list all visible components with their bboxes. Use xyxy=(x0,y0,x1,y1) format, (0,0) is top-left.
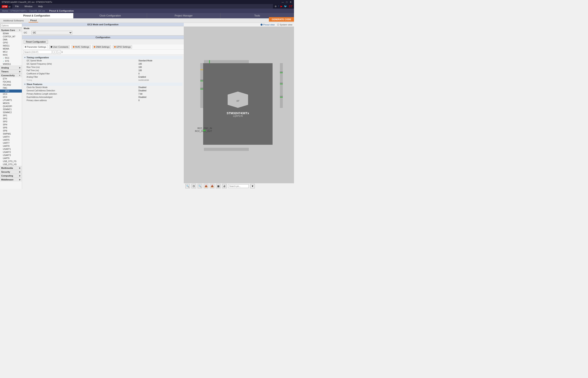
config-tab-dma[interactable]: DMA Settings xyxy=(92,45,111,49)
sidebar-item-eth[interactable]: ETH xyxy=(0,77,22,80)
chip-model-name: STM32H743IITx xyxy=(227,111,249,115)
sidebar-item-rcc[interactable]: RCC xyxy=(0,56,22,60)
social-icon-5[interactable]: ST xyxy=(289,5,292,8)
chip-search-btn[interactable]: ▼ xyxy=(250,184,255,189)
bc-project[interactable]: Class09_I2C.ioc xyxy=(29,10,45,12)
menu-help[interactable]: Help xyxy=(37,5,44,8)
category-analog[interactable]: Analog▶ xyxy=(0,66,22,69)
fit-view-btn[interactable]: ⊡ xyxy=(191,184,196,189)
sidebar-item-cortex_m7[interactable]: CORTEX_M7 xyxy=(0,35,22,38)
category-system-core[interactable]: System Core▼ xyxy=(0,28,22,32)
tab-pinout[interactable]: Pinout & Configuration xyxy=(0,13,73,18)
config-section: Configuration Reset Configuration Parame… xyxy=(22,36,184,189)
sidebar-item-quadspi[interactable]: QUADSPI xyxy=(0,105,22,108)
generate-code-btn[interactable]: GENERATE CODE xyxy=(269,17,294,22)
reset-config-btn[interactable]: Reset Configuration xyxy=(24,40,48,44)
minimize-btn[interactable]: — xyxy=(282,1,284,3)
sidebar-item-wwdg1[interactable]: WWDG1 xyxy=(0,63,22,66)
sidebar-item-uart5[interactable]: UART5 xyxy=(0,138,22,141)
menu-window[interactable]: Window xyxy=(23,5,34,8)
tab-project-manager[interactable]: Project Manager xyxy=(147,13,220,18)
sidebar-item-sdmmc2[interactable]: SDMMC2 xyxy=(0,111,22,114)
sidebar-item-bdma[interactable]: BDMA xyxy=(0,32,22,35)
sidebar-item-mdma[interactable]: MDMA xyxy=(0,47,22,50)
i2c-mode-select[interactable]: I2C xyxy=(31,31,72,34)
social-icon-4[interactable]: 🐦 xyxy=(284,5,287,8)
sidebar-item-i2c4[interactable]: I2C4 xyxy=(0,96,22,99)
close-btn[interactable]: ✕ xyxy=(290,1,292,3)
category-multimedia[interactable]: Multimedia▶ xyxy=(0,166,22,170)
slave-features-header[interactable]: ▼ Slave Features xyxy=(23,82,183,86)
sidebar-item-swpmi1[interactable]: SWPMI1 xyxy=(0,132,22,135)
sidebar-item-uart7[interactable]: UART7 xyxy=(0,141,22,145)
sidebar-item-fdcan2[interactable]: FDCAN2 xyxy=(0,83,22,86)
sidebar-item-spi5[interactable]: SPI5 xyxy=(0,126,22,129)
chip-area: ST STM32H743IITx LQFP176 xyxy=(184,27,294,183)
view-tab-pinout[interactable]: Pinout view xyxy=(260,24,275,26)
timing-config-header[interactable]: ▼ Timing configuration xyxy=(23,56,183,59)
sidebar-item-gpio[interactable]: GPIO xyxy=(0,41,22,44)
social-icon-3[interactable]: ▶ xyxy=(281,5,282,8)
center-panel: I2C2 Mode and Configuration Mode I2C I2C… xyxy=(22,23,184,189)
category-security[interactable]: Security▶ xyxy=(0,170,22,174)
chip-search-input[interactable] xyxy=(228,184,249,188)
sidebar-item-spi4[interactable]: SPI4 xyxy=(0,123,22,126)
category-middleware[interactable]: Middleware▶ xyxy=(0,177,22,181)
sidebar-item-uart4[interactable]: UART4 xyxy=(0,135,22,138)
menu-file[interactable]: File xyxy=(14,5,20,8)
svg-text:ST: ST xyxy=(236,100,240,102)
config-tab-nvic[interactable]: NVIC Settings xyxy=(72,45,91,49)
sidebar-item-usb_otg_hs[interactable]: USB_OTG_HS xyxy=(0,163,22,166)
category-connectivity[interactable]: Connectivity▼ xyxy=(0,73,22,77)
sidebar-item-fmc[interactable]: FMC xyxy=(0,86,22,90)
sidebar-item-fdcan1[interactable]: FDCAN1 xyxy=(0,80,22,83)
config-tab-parameters[interactable]: Parameter Settings xyxy=(23,45,48,49)
sidebar-item-lpuart1[interactable]: LPUART1 xyxy=(0,99,22,102)
sidebar-item-sys[interactable]: SYS xyxy=(0,60,22,63)
sidebar-item-mdios[interactable]: MDIOS xyxy=(0,102,22,105)
config-title: Configuration xyxy=(22,36,184,39)
sidebar-item-usart3[interactable]: USART3 xyxy=(0,154,22,157)
sidebar-item-usart2[interactable]: USART2 xyxy=(0,151,22,154)
config-sort-asc-btn[interactable]: ↑ xyxy=(53,50,56,54)
view-tab-system[interactable]: System view xyxy=(277,24,292,26)
grid-btn[interactable]: ▦ xyxy=(216,184,220,189)
sidebar-item-uart6[interactable]: UART6 xyxy=(0,157,22,160)
sidebar-item-spi2[interactable]: SPI2 xyxy=(0,117,22,120)
export-btn-2[interactable]: 📥 xyxy=(210,184,214,189)
zoom-out-btn[interactable]: 🔍 xyxy=(198,184,202,189)
print-btn[interactable]: 🖨 xyxy=(222,184,227,189)
sidebar-item-usart1[interactable]: USART1 xyxy=(0,148,22,151)
sidebar-item-spi6[interactable]: SPI6 xyxy=(0,129,22,132)
sidebar-item-uart8[interactable]: UART8 xyxy=(0,145,22,148)
sidebar-item-iwdg1[interactable]: IWDG1 xyxy=(0,44,22,47)
subtab-additional[interactable]: Additional Softwares xyxy=(2,19,25,22)
bc-mcu[interactable]: STM32H743IITx xyxy=(10,10,27,12)
sidebar-item-i2c2[interactable]: I2C2 xyxy=(0,90,22,93)
config-sort-desc-btn[interactable]: ↓ xyxy=(57,50,61,54)
sidebar-item-sdmmc1[interactable]: SDMMC1 xyxy=(0,108,22,111)
sidebar-item-spi1[interactable]: SPI1 xyxy=(0,114,22,117)
social-icon-1[interactable]: ⊕ xyxy=(275,5,277,8)
category-timers[interactable]: Timers▶ xyxy=(0,69,22,73)
sidebar-options-input[interactable]: Options xyxy=(1,24,22,27)
sidebar-item-spi3[interactable]: SPI3 xyxy=(0,120,22,123)
timing-config-group: ▼ Timing configuration I2C Speed Mode St… xyxy=(23,56,183,82)
tab-clock[interactable]: Clock Configuration xyxy=(73,13,147,18)
config-tabs: Parameter Settings User Constants NVIC S… xyxy=(22,44,184,50)
sidebar-item-dma[interactable]: DMA xyxy=(0,38,22,41)
bc-home[interactable]: Home xyxy=(2,10,8,12)
sidebar-item-usb_otg_fs[interactable]: USB_OTG_FS xyxy=(0,160,22,163)
sidebar-item-nvic[interactable]: NVIC xyxy=(0,54,22,56)
zoom-in-btn[interactable]: 🔍 xyxy=(185,184,190,189)
export-btn-1[interactable]: 📤 xyxy=(204,184,208,189)
category-computing[interactable]: Computing▶ xyxy=(0,174,22,177)
config-tab-user-constants[interactable]: User Constants xyxy=(49,45,70,49)
config-search-input[interactable] xyxy=(23,50,52,54)
sidebar-item-mcu[interactable]: MCU xyxy=(0,50,22,54)
config-tab-gpio[interactable]: GPIO Settings xyxy=(113,45,132,49)
subtab-pinout[interactable]: Pinout xyxy=(29,19,38,22)
sidebar-item-i2c3[interactable]: I2C3 xyxy=(0,93,22,96)
maximize-btn[interactable]: □ xyxy=(286,1,287,3)
social-icon-2[interactable]: f xyxy=(278,5,279,8)
